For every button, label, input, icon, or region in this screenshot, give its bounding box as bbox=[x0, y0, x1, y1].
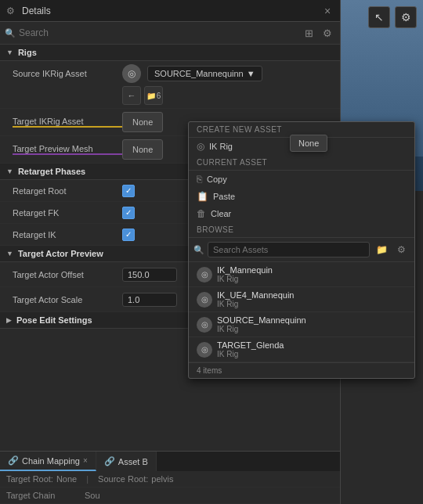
asset-text-0: IK_Mannequin IK Rig bbox=[217, 265, 273, 283]
asset-name-3: TARGET_Glenda bbox=[217, 340, 284, 350]
pose-edit-title: Pose Edit Settings bbox=[16, 315, 92, 325]
asset-item-2[interactable]: ◎ SOURCE_Mannequinn IK Rig bbox=[189, 312, 414, 337]
asset-text-1: IK_UE4_Mannequin IK Rig bbox=[217, 290, 294, 308]
chain-mapping-tab[interactable]: 🔗 Chain Mapping × bbox=[0, 452, 96, 471]
target-actor-title: Target Actor Preview bbox=[18, 249, 103, 258]
back-button[interactable]: ← bbox=[122, 86, 141, 105]
browse-settings-button[interactable]: ⚙ bbox=[392, 241, 410, 258]
folder-button[interactable]: 📁 6 bbox=[144, 86, 163, 105]
root-info-row: Target Root: None | Source Root: pelvis bbox=[0, 471, 340, 488]
dropdown-item-count: 4 items bbox=[189, 362, 414, 378]
clear-action[interactable]: 🗑 Clear bbox=[189, 205, 414, 222]
grid-view-button[interactable]: ⊞ bbox=[301, 25, 316, 41]
asset-name-0: IK_Mannequin bbox=[217, 265, 273, 275]
copy-text: Copy bbox=[207, 175, 227, 184]
asset-type-1: IK Rig bbox=[217, 300, 294, 308]
source-root-value: pelvis bbox=[151, 474, 173, 484]
clear-text: Clear bbox=[211, 209, 231, 218]
bottom-tabs: 🔗 Chain Mapping × 🔗 Asset B bbox=[0, 451, 340, 471]
asset-icon-0: ◎ bbox=[197, 267, 212, 283]
close-button[interactable]: × bbox=[321, 5, 334, 17]
search-input[interactable] bbox=[19, 27, 298, 38]
asset-b-tab-label: Asset B bbox=[118, 457, 148, 466]
asset-icon-2: ◎ bbox=[197, 317, 212, 333]
dropdown-arrow-icon: ▼ bbox=[247, 69, 255, 78]
checkmark-ik-icon: ✓ bbox=[125, 230, 132, 239]
asset-icon-3: ◎ bbox=[197, 342, 212, 358]
asset-dropdown: CREATE NEW ASSET ◎ IK Rig CURRENT ASSET … bbox=[188, 121, 415, 379]
source-asset-icon: ◎ bbox=[122, 64, 141, 83]
settings-icon[interactable]: ⚙ bbox=[395, 6, 417, 28]
chain-mapping-close-button[interactable]: × bbox=[83, 456, 88, 465]
asset-item-3[interactable]: ◎ TARGET_Glenda IK Rig bbox=[189, 337, 414, 362]
folder-icon: 📁 bbox=[146, 92, 156, 100]
actor-scale-input[interactable] bbox=[122, 293, 177, 307]
dropdown-search-icon: 🔍 bbox=[193, 245, 204, 255]
paste-text: Paste bbox=[213, 192, 235, 201]
retarget-ik-label: Retarget IK bbox=[13, 230, 122, 239]
retarget-fk-label: Retarget FK bbox=[13, 208, 122, 218]
paste-action[interactable]: 📋 Paste bbox=[189, 188, 414, 205]
asset-name-1: IK_UE4_Mannequin bbox=[217, 290, 294, 300]
none-tooltip-text: None bbox=[298, 139, 319, 148]
asset-icon-1: ◎ bbox=[197, 292, 212, 308]
chain-mapping-tab-icon: 🔗 bbox=[8, 455, 19, 466]
rigs-section-header[interactable]: ▼ Rigs bbox=[0, 45, 340, 61]
panel-title: Details bbox=[22, 5, 321, 16]
source-asset-name: SOURCE_Mannequinn bbox=[154, 69, 244, 78]
trash-icon: 🗑 bbox=[197, 208, 206, 219]
asset-type-2: IK Rig bbox=[217, 325, 306, 333]
retarget-ik-checkbox[interactable]: ✓ bbox=[122, 229, 135, 241]
chain-header-row: Target Chain Sou bbox=[0, 488, 340, 504]
asset-text-2: SOURCE_Mannequinn IK Rig bbox=[217, 315, 306, 333]
asset-search-input[interactable] bbox=[208, 242, 370, 257]
source-asset-group: ◎ SOURCE_Mannequinn ▼ bbox=[122, 64, 262, 83]
actor-offset-label: Target Actor Offset bbox=[13, 270, 122, 279]
folder-count: 6 bbox=[157, 92, 161, 100]
checkmark-icon: ✓ bbox=[125, 186, 132, 195]
checkmark-fk-icon: ✓ bbox=[125, 208, 132, 217]
settings-filter-button[interactable]: ⚙ bbox=[320, 25, 335, 41]
ikrig-create-text: IK Rig bbox=[209, 142, 233, 151]
root-separator: | bbox=[86, 474, 89, 484]
target-actor-arrow: ▼ bbox=[6, 250, 13, 257]
retarget-fk-checkbox[interactable]: ✓ bbox=[122, 207, 135, 219]
source-actions: ← 📁 6 bbox=[122, 86, 334, 105]
cursor-icon[interactable]: ↖ bbox=[368, 6, 390, 28]
actor-scale-label: Target Actor Scale bbox=[13, 295, 122, 304]
actor-offset-input[interactable] bbox=[122, 268, 177, 282]
panel-icon: ⚙ bbox=[6, 5, 17, 16]
paste-icon: 📋 bbox=[197, 191, 208, 202]
retarget-phases-title: Retarget Phases bbox=[18, 167, 85, 176]
target-preview-mesh-label: Target Preview Mesh bbox=[13, 144, 122, 155]
source-root-label: Source Root: bbox=[98, 474, 148, 484]
source-ikrig-label: Source IKRig Asset bbox=[13, 69, 122, 78]
asset-name-2: SOURCE_Mannequinn bbox=[217, 315, 306, 325]
asset-b-tab[interactable]: 🔗 Asset B bbox=[96, 452, 157, 471]
target-preview-mesh-value: None bbox=[122, 139, 163, 160]
asset-search-bar: 🔍 📁 ⚙ bbox=[189, 238, 414, 262]
search-icon: 🔍 bbox=[5, 28, 16, 38]
target-ikrig-button[interactable]: None bbox=[122, 112, 163, 132]
target-root-label: Target Root: bbox=[6, 474, 53, 484]
browse-folder-button[interactable]: 📁 bbox=[373, 241, 390, 258]
target-chain-col-label: Target Chain bbox=[6, 491, 85, 500]
asset-text-3: TARGET_Glenda IK Rig bbox=[217, 340, 284, 358]
search-bar: 🔍 ⊞ ⚙ bbox=[0, 22, 340, 45]
target-root-value: None bbox=[56, 474, 77, 484]
current-asset-label: CURRENT ASSET bbox=[189, 155, 414, 171]
source-dropdown-button[interactable]: SOURCE_Mannequinn ▼ bbox=[147, 66, 262, 81]
pose-edit-arrow: ▶ bbox=[6, 316, 12, 324]
ikrig-create-icon: ◎ bbox=[197, 141, 204, 152]
target-preview-button[interactable]: None bbox=[122, 139, 163, 160]
retarget-phases-arrow: ▼ bbox=[6, 167, 13, 175]
rigs-title: Rigs bbox=[18, 48, 37, 57]
asset-item-0[interactable]: ◎ IK_Mannequin IK Rig bbox=[189, 262, 414, 287]
asset-type-0: IK Rig bbox=[217, 275, 273, 283]
browse-label: BROWSE bbox=[189, 222, 414, 238]
copy-action[interactable]: ⎘ Copy bbox=[189, 171, 414, 188]
asset-item-1[interactable]: ◎ IK_UE4_Mannequin IK Rig bbox=[189, 287, 414, 312]
retarget-root-checkbox[interactable]: ✓ bbox=[122, 185, 135, 197]
retarget-root-label: Retarget Root bbox=[13, 186, 122, 196]
copy-icon: ⎘ bbox=[197, 174, 202, 185]
